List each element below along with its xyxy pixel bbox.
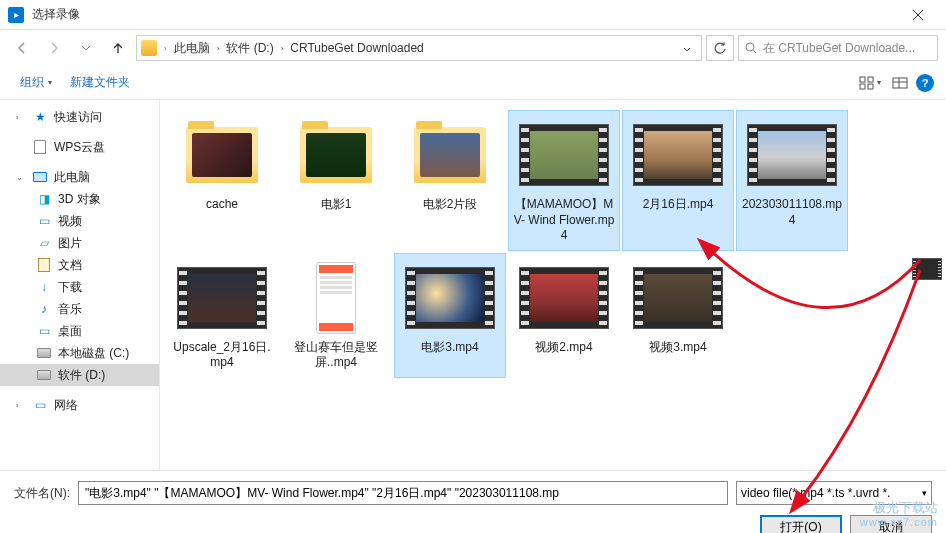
sidebar-disk-c[interactable]: 本地磁盘 (C:) bbox=[0, 342, 159, 364]
preview-thumbnail bbox=[912, 258, 942, 280]
search-input[interactable]: 在 CRTubeGet Downloade... bbox=[738, 35, 938, 61]
network-icon: ▭ bbox=[32, 397, 48, 413]
star-icon: ★ bbox=[32, 109, 48, 125]
picture-icon: ▱ bbox=[36, 235, 52, 251]
svg-rect-4 bbox=[868, 84, 873, 89]
search-placeholder: 在 CRTubeGet Downloade... bbox=[763, 40, 915, 57]
disk-icon bbox=[36, 345, 52, 361]
icons-view-icon bbox=[859, 76, 875, 90]
video-thumbnail bbox=[632, 117, 724, 193]
sidebar-this-pc[interactable]: ⌄此电脑 bbox=[0, 166, 159, 188]
new-folder-button[interactable]: 新建文件夹 bbox=[62, 70, 138, 95]
forward-button[interactable] bbox=[40, 35, 68, 61]
organize-button[interactable]: 组织▾ bbox=[12, 70, 60, 95]
chevron-down-icon: ⌄ bbox=[16, 173, 26, 182]
file-item-video[interactable]: 电影3.mp4 bbox=[394, 253, 506, 378]
file-pane[interactable]: cache 电影1 电影2片段 【MAMAMOO】MV- Wind Flower… bbox=[160, 100, 946, 470]
sidebar-label: 本地磁盘 (C:) bbox=[58, 345, 129, 362]
file-item-folder[interactable]: cache bbox=[166, 110, 278, 251]
video-thumbnail bbox=[518, 117, 610, 193]
breadcrumb-drive[interactable]: 软件 (D:) bbox=[222, 40, 277, 57]
chevron-down-icon bbox=[683, 47, 691, 52]
filename-row: 文件名(N): video file(*.mp4 *.ts *.uvrd *. … bbox=[14, 481, 932, 505]
video-thumbnail bbox=[290, 260, 382, 336]
view-icons-button[interactable]: ▾ bbox=[856, 71, 884, 95]
folder-icon bbox=[141, 40, 157, 56]
sidebar-label: 软件 (D:) bbox=[58, 367, 105, 384]
refresh-button[interactable] bbox=[706, 35, 734, 61]
titlebar: ▸ 选择录像 bbox=[0, 0, 946, 30]
file-item-video[interactable]: 2月16日.mp4 bbox=[622, 110, 734, 251]
sidebar-quick-access[interactable]: ›★快速访问 bbox=[0, 106, 159, 128]
document-icon bbox=[36, 257, 52, 273]
window-title: 选择录像 bbox=[32, 6, 898, 23]
help-button[interactable]: ? bbox=[916, 74, 934, 92]
sidebar-downloads[interactable]: ↓下载 bbox=[0, 276, 159, 298]
sidebar-label: 网络 bbox=[54, 397, 78, 414]
sidebar-documents[interactable]: 文档 bbox=[0, 254, 159, 276]
cancel-button[interactable]: 取消 bbox=[850, 515, 932, 533]
sidebar-label: 文档 bbox=[58, 257, 82, 274]
sidebar-disk-d[interactable]: 软件 (D:) bbox=[0, 364, 159, 386]
file-item-video[interactable]: Upscale_2月16日.mp4 bbox=[166, 253, 278, 378]
open-label: 打开(O) bbox=[780, 519, 821, 534]
filename-input[interactable] bbox=[78, 481, 728, 505]
view-details-button[interactable] bbox=[886, 71, 914, 95]
file-item-folder[interactable]: 电影2片段 bbox=[394, 110, 506, 251]
file-label: 电影3.mp4 bbox=[421, 340, 478, 356]
file-item-video[interactable]: 【MAMAMOO】MV- Wind Flower.mp4 bbox=[508, 110, 620, 251]
file-item-video[interactable]: 视频2.mp4 bbox=[508, 253, 620, 378]
chevron-right-icon: › bbox=[16, 401, 26, 410]
video-thumbnail bbox=[176, 260, 268, 336]
arrow-up-icon bbox=[111, 41, 125, 55]
music-icon: ♪ bbox=[36, 301, 52, 317]
chevron-down-icon: ▾ bbox=[48, 78, 52, 87]
app-icon: ▸ bbox=[8, 7, 24, 23]
file-item-video[interactable]: 视频3.mp4 bbox=[622, 253, 734, 378]
close-icon bbox=[913, 10, 923, 20]
svg-rect-3 bbox=[860, 84, 865, 89]
sidebar-network[interactable]: ›▭网络 bbox=[0, 394, 159, 416]
up-button[interactable] bbox=[104, 35, 132, 61]
arrow-right-icon bbox=[47, 41, 61, 55]
video-thumbnail bbox=[632, 260, 724, 336]
sidebar-music[interactable]: ♪音乐 bbox=[0, 298, 159, 320]
navbar: › 此电脑 › 软件 (D:) › CRTubeGet Downloaded 在… bbox=[0, 30, 946, 66]
back-button[interactable] bbox=[8, 35, 36, 61]
chevron-right-icon: › bbox=[161, 44, 170, 53]
video-thumbnail bbox=[518, 260, 610, 336]
file-label: 视频2.mp4 bbox=[535, 340, 592, 356]
breadcrumb-folder[interactable]: CRTubeGet Downloaded bbox=[286, 41, 427, 55]
address-dropdown[interactable] bbox=[677, 41, 697, 55]
file-item-folder[interactable]: 电影1 bbox=[280, 110, 392, 251]
document-icon bbox=[32, 139, 48, 155]
file-item-video[interactable]: 登山赛车但是竖屏..mp4 bbox=[280, 253, 392, 378]
chevron-right-icon: › bbox=[214, 44, 223, 53]
sidebar-desktop[interactable]: ▭桌面 bbox=[0, 320, 159, 342]
breadcrumb-thispc[interactable]: 此电脑 bbox=[170, 40, 214, 57]
filename-label: 文件名(N): bbox=[14, 485, 70, 502]
search-icon bbox=[745, 42, 757, 54]
address-bar[interactable]: › 此电脑 › 软件 (D:) › CRTubeGet Downloaded bbox=[136, 35, 702, 61]
svg-rect-2 bbox=[868, 77, 873, 82]
sidebar-label: 下载 bbox=[58, 279, 82, 296]
sidebar-wps[interactable]: WPS云盘 bbox=[0, 136, 159, 158]
chevron-down-icon: ▾ bbox=[922, 488, 927, 498]
sidebar-label: 图片 bbox=[58, 235, 82, 252]
close-button[interactable] bbox=[898, 2, 938, 28]
svg-rect-5 bbox=[893, 78, 907, 88]
file-label: 202303011108.mp4 bbox=[741, 197, 843, 228]
open-button[interactable]: 打开(O) bbox=[760, 515, 842, 533]
sidebar-label: 此电脑 bbox=[54, 169, 90, 186]
sidebar-videos[interactable]: ▭视频 bbox=[0, 210, 159, 232]
refresh-icon bbox=[713, 41, 727, 55]
folder-thumbnail bbox=[290, 117, 382, 193]
file-item-video[interactable]: 202303011108.mp4 bbox=[736, 110, 848, 251]
sidebar-pictures[interactable]: ▱图片 bbox=[0, 232, 159, 254]
svg-rect-1 bbox=[860, 77, 865, 82]
cancel-label: 取消 bbox=[879, 519, 903, 534]
filetype-select[interactable]: video file(*.mp4 *.ts *.uvrd *. ▾ bbox=[736, 481, 932, 505]
recent-dropdown[interactable] bbox=[72, 35, 100, 61]
pc-icon bbox=[32, 169, 48, 185]
sidebar-3d-objects[interactable]: ◨3D 对象 bbox=[0, 188, 159, 210]
